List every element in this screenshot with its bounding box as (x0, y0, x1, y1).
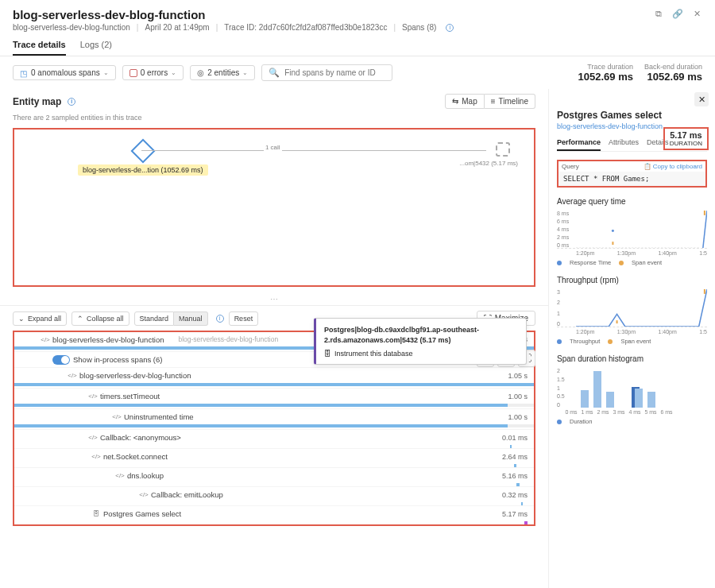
span-name: net.Socket.connect (103, 452, 168, 461)
query-text: SELECT * FROM Games; (558, 172, 705, 186)
trace-duration-metric: Trace duration 1052.69 ms (578, 63, 633, 83)
span-name: Postgres Games select (103, 509, 181, 518)
manual-button[interactable]: Manual (174, 311, 208, 326)
span-row[interactable]: </>dns.lookup5.16 ms (14, 467, 534, 483)
span-name: Callback: <anonymous> (100, 433, 181, 442)
svg-rect-5 (704, 289, 705, 294)
tooltip-title: Postgres|blog-db.c9axdclbgf91.ap-southea… (324, 325, 518, 345)
span-bar (14, 404, 534, 407)
info-icon[interactable]: i (216, 315, 224, 323)
span-duration: 5.16 ms (478, 472, 534, 480)
entity-map-title: Entity map i (13, 96, 75, 107)
call-count-label: 1 call (264, 144, 282, 151)
span-row[interactable]: 🗄Postgres Games select5.17 ms (14, 505, 534, 521)
svg-rect-4 (616, 320, 618, 323)
tab-logs[interactable]: Logs (2) (80, 40, 112, 56)
anomalous-spans-button[interactable]: ◳0 anomalous spans⌄ (13, 65, 116, 80)
resize-handle[interactable]: ⋯ (0, 293, 548, 305)
reset-button[interactable]: Reset (229, 311, 259, 326)
trace-id: Trace ID: 2dd7c60fc2fd2af087ffed3b0e1823… (224, 23, 387, 32)
spans-count: Spans (8) (402, 23, 436, 32)
entity-map-canvas[interactable]: blog-serverless-de...tion (1052.69 ms) 1… (13, 128, 535, 287)
query-label: Query (562, 163, 579, 170)
entity-node-2[interactable] (496, 142, 510, 157)
code-icon: </> (140, 491, 148, 499)
avg-query-title: Average query time (557, 197, 707, 206)
code-icon: </> (41, 335, 49, 343)
page-title: blog-serverless-dev-blog-function (13, 8, 454, 21)
throughput-chart: 3210 (557, 289, 707, 327)
duration-badge: 5.17 ms DURATION (663, 127, 709, 150)
entity-map-subtitle: There are 2 sampled entities in this tra… (0, 114, 548, 122)
database-icon: 🗄 (92, 510, 100, 518)
tab-performance[interactable]: Performance (557, 138, 601, 151)
code-icon: </> (89, 434, 97, 442)
code-icon: </> (92, 453, 100, 461)
search-input[interactable] (284, 68, 385, 77)
span-row[interactable]: </>net.Socket.connect2.64 ms (14, 448, 534, 464)
toggle-switch[interactable] (52, 355, 70, 365)
panel-title: Postgres Games select (557, 110, 707, 121)
span-name: Show in-process spans (6) (73, 355, 162, 364)
tab-attributes[interactable]: Attributes (609, 138, 639, 151)
span-duration: 1.00 s (478, 413, 534, 421)
instrument-db-link[interactable]: 🗄 Instrument this database (324, 350, 518, 358)
span-name: Callback: emitLookup (151, 490, 223, 499)
span-row[interactable]: </>timers.setTimeout1.00 s (14, 388, 534, 404)
code-icon: </> (113, 413, 121, 421)
entity-tooltip: Postgres|blog-db.c9axdclbgf91.ap-southea… (314, 318, 527, 365)
details-panel: ✕ Postgres Games select blog-serverless-… (548, 89, 715, 588)
entity-edge (141, 150, 486, 151)
span-duration: 0.32 ms (478, 491, 534, 499)
avg-query-chart: 8 ms6 ms4 ms2 ms0 ms (557, 211, 707, 249)
tab-trace-details[interactable]: Trace details (13, 40, 66, 56)
svg-point-1 (612, 230, 614, 232)
copy-to-clipboard-link[interactable]: 📋 Copy to clipboard (644, 163, 703, 170)
code-icon: </> (68, 372, 76, 380)
code-icon: </> (89, 393, 97, 400)
span-bar (14, 521, 534, 524)
toolbar: ◳0 anomalous spans⌄ 0 errors⌄ ◎2 entitie… (0, 56, 715, 89)
timeline-button[interactable]: ≡Timeline (485, 94, 535, 109)
copy-icon[interactable]: ⧉ (653, 8, 664, 19)
hexagon-icon (130, 138, 155, 163)
svg-rect-3 (704, 211, 705, 215)
backend-duration-metric: Back-end duration 1052.69 ms (644, 63, 702, 83)
span-row[interactable]: </>Uninstrumented time1.00 s (14, 408, 534, 424)
map-button[interactable]: ⇆Map (445, 94, 484, 109)
header-subtitle: blog-serverless-dev-blog-function (13, 23, 130, 32)
span-name: dns.lookup (127, 471, 164, 480)
info-icon[interactable]: i (68, 98, 75, 106)
span-name: Uninstrumented time (124, 412, 194, 421)
close-icon[interactable]: ✕ (691, 8, 702, 19)
span-row[interactable]: </>Callback: emitLookup0.32 ms (14, 486, 534, 502)
header: blog-serverless-dev-blog-function blog-s… (0, 0, 715, 32)
span-name: blog-serverless-dev-blog-function (52, 335, 164, 344)
node1-label: blog-serverless-de...tion (1052.69 ms) (78, 164, 208, 176)
info-icon[interactable]: i (446, 24, 454, 32)
throughput-title: Throughput (rpm) (557, 276, 707, 284)
standard-button[interactable]: Standard (134, 311, 175, 326)
span-row[interactable]: </>Callback: <anonymous>0.01 ms (14, 429, 534, 445)
link-icon[interactable]: 🔗 (672, 8, 683, 19)
span-duration: 1.00 s (478, 393, 534, 400)
svg-rect-2 (612, 242, 613, 245)
span-bar (14, 383, 534, 386)
entities-button[interactable]: ◎2 entities⌄ (190, 65, 255, 80)
span-duration: 1.05 s (478, 372, 534, 380)
panel-close-button[interactable]: ✕ (694, 92, 709, 106)
collapse-all-button[interactable]: ⌃Collapse all (72, 311, 129, 326)
search-icon: 🔍 (269, 68, 280, 78)
expand-all-button[interactable]: ⌄Expand all (13, 311, 67, 326)
span-duration: 5.17 ms (478, 510, 534, 518)
span-duration: 0.01 ms (478, 434, 534, 442)
span-name: timers.setTimeout (100, 392, 160, 400)
span-duration: 2.64 ms (478, 453, 534, 461)
search-input-wrapper[interactable]: 🔍 (261, 64, 392, 81)
entity-node-1[interactable]: blog-serverless-de...tion (1052.69 ms) (78, 142, 208, 176)
histogram-title: Span duration histogram (557, 354, 707, 363)
main-tabs: Trace details Logs (2) (0, 32, 715, 56)
span-row[interactable]: </>blog-serverless-dev-blog-function1.05… (14, 367, 534, 383)
errors-button[interactable]: 0 errors⌄ (122, 65, 184, 80)
node2-label: ...om|5432 (5.17 ms) (459, 160, 518, 167)
